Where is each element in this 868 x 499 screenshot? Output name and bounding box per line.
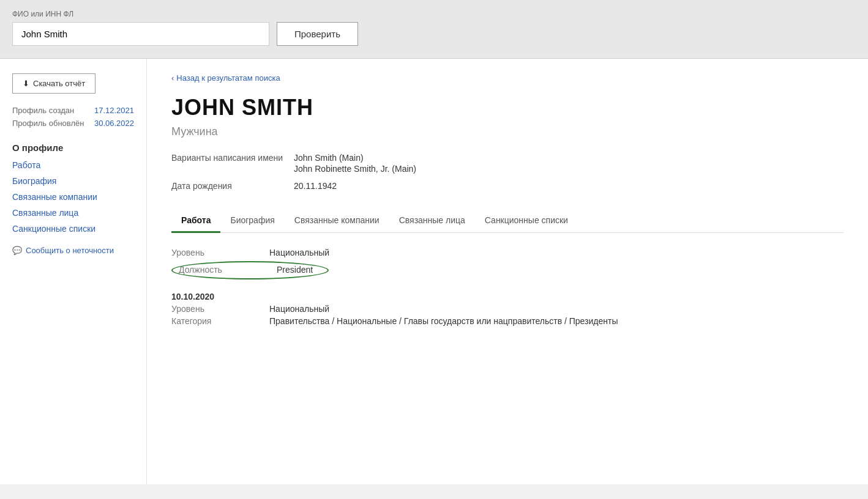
level2-row: Уровень Национальный: [171, 304, 844, 314]
circled-position: Должность President: [171, 261, 329, 279]
position-row-wrapper: Должность President: [171, 260, 844, 286]
back-link-text: Назад к результатам поиска: [176, 73, 280, 83]
level-label: Уровень: [171, 248, 269, 257]
level2-label: Уровень: [171, 304, 269, 314]
profile-name: JOHN SMITH: [171, 95, 844, 120]
search-input[interactable]: [12, 22, 269, 46]
sidebar-item-work[interactable]: Работа: [12, 160, 134, 170]
profile-gender: Мужчина: [171, 125, 844, 138]
name-variants-value: John Smith (Main) John Robinette Smith, …: [294, 153, 416, 175]
sidebar-meta: Профиль создан 17.12.2021 Профиль обновл…: [12, 106, 134, 128]
birth-date-value: 20.11.1942: [294, 181, 337, 191]
sidebar-item-related-persons[interactable]: Связанные лица: [12, 208, 134, 218]
work-date: 10.10.2020: [171, 292, 844, 301]
birth-date-label: Дата рождения: [171, 181, 294, 191]
name-variants-row: Варианты написания имени John Smith (Mai…: [171, 153, 844, 175]
tab-related-companies[interactable]: Связанные компании: [285, 209, 389, 233]
profile-info-table: Варианты написания имени John Smith (Mai…: [171, 153, 844, 191]
download-report-button[interactable]: ⬇ Скачать отчёт: [12, 73, 95, 94]
name-variants-label: Варианты написания имени: [171, 153, 294, 175]
level-value: Национальный: [269, 248, 329, 257]
name-variant-1: John Smith (Main): [294, 153, 416, 163]
back-link[interactable]: ‹ Назад к результатам поиска: [171, 73, 844, 83]
sidebar-item-biography[interactable]: Биография: [12, 176, 134, 186]
main-layout: ⬇ Скачать отчёт Профиль создан 17.12.202…: [0, 59, 868, 484]
search-button[interactable]: Проверить: [277, 22, 358, 46]
profile-updated-label: Профиль обновлён: [12, 119, 84, 128]
search-row: Проверить: [12, 22, 856, 46]
position-row: Должность President: [179, 265, 313, 275]
report-link-label: Сообщить о неточности: [26, 246, 114, 255]
tab-work[interactable]: Работа: [171, 209, 220, 233]
comment-icon: 💬: [12, 246, 22, 255]
download-button-label: Скачать отчёт: [33, 79, 85, 88]
about-section-title: О профиле: [12, 142, 134, 153]
level-row: Уровень Национальный: [171, 248, 844, 257]
report-inaccuracy-link[interactable]: 💬 Сообщить о неточности: [12, 246, 134, 255]
category-value: Правительства / Национальные / Главы гос…: [269, 316, 618, 326]
position-value: President: [277, 265, 313, 275]
tab-sanctions[interactable]: Санкционные списки: [475, 209, 578, 233]
name-variant-2: John Robinette Smith, Jr. (Main): [294, 164, 416, 174]
level2-value: Национальный: [269, 304, 329, 314]
search-section: ФИО или ИНН ФЛ Проверить: [0, 0, 868, 59]
birth-date-row: Дата рождения 20.11.1942: [171, 181, 844, 191]
profile-updated-value: 30.06.2022: [94, 119, 134, 128]
work-section: Уровень Национальный Должность President…: [171, 248, 844, 326]
tab-related-persons[interactable]: Связанные лица: [389, 209, 475, 233]
category-row: Категория Правительства / Национальные /…: [171, 316, 844, 326]
search-label: ФИО или ИНН ФЛ: [12, 10, 856, 18]
sidebar-item-sanctions[interactable]: Санкционные списки: [12, 224, 134, 234]
content-area: ‹ Назад к результатам поиска JOHN SMITH …: [147, 59, 868, 484]
profile-created-value: 17.12.2021: [94, 106, 134, 115]
tab-biography[interactable]: Биография: [220, 209, 284, 233]
profile-created-row: Профиль создан 17.12.2021: [12, 106, 134, 115]
profile-created-label: Профиль создан: [12, 106, 74, 115]
category-label: Категория: [171, 316, 269, 326]
sidebar-item-related-companies[interactable]: Связанные компании: [12, 192, 134, 202]
tabs-row: Работа Биография Связанные компании Связ…: [171, 209, 844, 233]
position-label: Должность: [179, 265, 277, 275]
sidebar: ⬇ Скачать отчёт Профиль создан 17.12.202…: [0, 59, 147, 484]
download-icon: ⬇: [23, 79, 29, 88]
chevron-left-icon: ‹: [171, 73, 174, 83]
profile-updated-row: Профиль обновлён 30.06.2022: [12, 119, 134, 128]
